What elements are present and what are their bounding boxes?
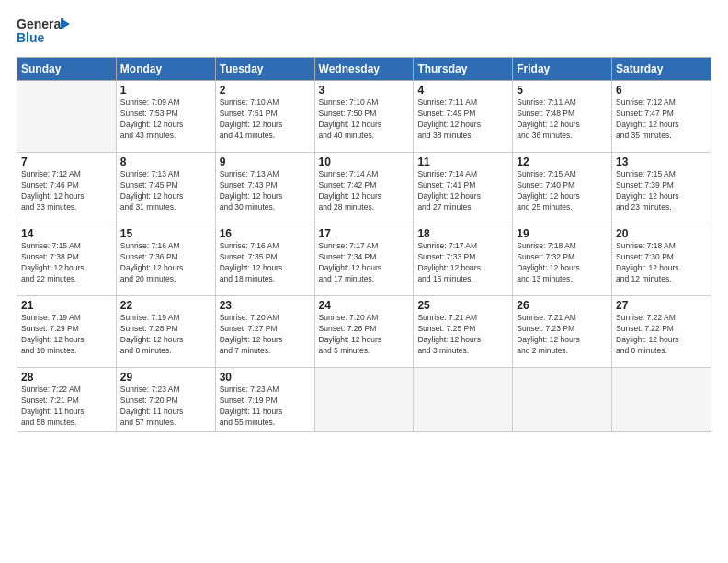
day-info: Sunrise: 7:09 AM Sunset: 7:53 PM Dayligh…: [120, 98, 211, 142]
day-number: 14: [21, 227, 112, 240]
calendar: SundayMondayTuesdayWednesdayThursdayFrid…: [17, 57, 711, 432]
day-number: 5: [517, 84, 608, 97]
calendar-cell: 22Sunrise: 7:19 AM Sunset: 7:28 PM Dayli…: [116, 296, 215, 368]
calendar-cell: 29Sunrise: 7:23 AM Sunset: 7:20 PM Dayli…: [116, 368, 215, 432]
calendar-cell: [612, 368, 711, 432]
day-info: Sunrise: 7:14 AM Sunset: 7:41 PM Dayligh…: [417, 169, 508, 213]
calendar-cell: [17, 81, 117, 153]
calendar-cell: 3Sunrise: 7:10 AM Sunset: 7:50 PM Daylig…: [314, 81, 414, 153]
calendar-week-row: 21Sunrise: 7:19 AM Sunset: 7:29 PM Dayli…: [17, 296, 711, 368]
weekday-header-monday: Monday: [116, 58, 215, 81]
calendar-cell: 7Sunrise: 7:12 AM Sunset: 7:46 PM Daylig…: [17, 153, 117, 224]
day-info: Sunrise: 7:16 AM Sunset: 7:36 PM Dayligh…: [120, 241, 211, 285]
day-info: Sunrise: 7:22 AM Sunset: 7:21 PM Dayligh…: [21, 385, 112, 429]
calendar-cell: 12Sunrise: 7:15 AM Sunset: 7:40 PM Dayli…: [513, 153, 612, 224]
day-info: Sunrise: 7:15 AM Sunset: 7:40 PM Dayligh…: [517, 169, 608, 213]
svg-text:Blue: Blue: [17, 30, 45, 45]
calendar-cell: 11Sunrise: 7:14 AM Sunset: 7:41 PM Dayli…: [414, 153, 513, 224]
calendar-cell: 28Sunrise: 7:22 AM Sunset: 7:21 PM Dayli…: [17, 368, 117, 432]
weekday-header-tuesday: Tuesday: [215, 58, 314, 81]
day-info: Sunrise: 7:10 AM Sunset: 7:50 PM Dayligh…: [319, 98, 410, 142]
calendar-week-row: 7Sunrise: 7:12 AM Sunset: 7:46 PM Daylig…: [17, 153, 711, 224]
day-number: 25: [417, 299, 508, 312]
calendar-cell: 19Sunrise: 7:18 AM Sunset: 7:32 PM Dayli…: [513, 224, 612, 296]
day-number: 11: [417, 155, 508, 168]
day-info: Sunrise: 7:15 AM Sunset: 7:38 PM Dayligh…: [21, 241, 112, 285]
day-info: Sunrise: 7:11 AM Sunset: 7:49 PM Dayligh…: [417, 98, 508, 142]
day-number: 3: [319, 84, 410, 97]
calendar-cell: 20Sunrise: 7:18 AM Sunset: 7:30 PM Dayli…: [612, 224, 711, 296]
day-info: Sunrise: 7:18 AM Sunset: 7:32 PM Dayligh…: [517, 241, 608, 285]
day-number: 19: [517, 227, 608, 240]
day-info: Sunrise: 7:15 AM Sunset: 7:39 PM Dayligh…: [616, 169, 707, 213]
day-info: Sunrise: 7:12 AM Sunset: 7:46 PM Dayligh…: [21, 169, 112, 213]
day-info: Sunrise: 7:11 AM Sunset: 7:48 PM Dayligh…: [517, 98, 608, 142]
day-info: Sunrise: 7:21 AM Sunset: 7:25 PM Dayligh…: [417, 313, 508, 357]
day-info: Sunrise: 7:12 AM Sunset: 7:47 PM Dayligh…: [616, 98, 707, 142]
weekday-header-thursday: Thursday: [414, 58, 513, 81]
day-number: 22: [120, 299, 211, 312]
day-info: Sunrise: 7:10 AM Sunset: 7:51 PM Dayligh…: [220, 98, 311, 142]
day-info: Sunrise: 7:20 AM Sunset: 7:26 PM Dayligh…: [319, 313, 410, 357]
weekday-header-sunday: Sunday: [17, 58, 117, 81]
day-info: Sunrise: 7:16 AM Sunset: 7:35 PM Dayligh…: [220, 241, 311, 285]
day-info: Sunrise: 7:19 AM Sunset: 7:28 PM Dayligh…: [120, 313, 211, 357]
calendar-cell: 21Sunrise: 7:19 AM Sunset: 7:29 PM Dayli…: [17, 296, 117, 368]
day-number: 30: [220, 371, 311, 384]
day-number: 16: [220, 227, 311, 240]
calendar-cell: 16Sunrise: 7:16 AM Sunset: 7:35 PM Dayli…: [215, 224, 314, 296]
day-number: 17: [319, 227, 410, 240]
calendar-cell: 1Sunrise: 7:09 AM Sunset: 7:53 PM Daylig…: [116, 81, 215, 153]
day-info: Sunrise: 7:13 AM Sunset: 7:45 PM Dayligh…: [120, 169, 211, 213]
day-info: Sunrise: 7:17 AM Sunset: 7:34 PM Dayligh…: [319, 241, 410, 285]
day-info: Sunrise: 7:17 AM Sunset: 7:33 PM Dayligh…: [417, 241, 508, 285]
calendar-cell: 15Sunrise: 7:16 AM Sunset: 7:36 PM Dayli…: [116, 224, 215, 296]
weekday-header-wednesday: Wednesday: [314, 58, 414, 81]
day-number: 2: [220, 84, 311, 97]
calendar-cell: 13Sunrise: 7:15 AM Sunset: 7:39 PM Dayli…: [612, 153, 711, 224]
calendar-cell: 17Sunrise: 7:17 AM Sunset: 7:34 PM Dayli…: [314, 224, 414, 296]
day-number: 23: [220, 299, 311, 312]
svg-marker-2: [61, 18, 70, 29]
day-info: Sunrise: 7:23 AM Sunset: 7:20 PM Dayligh…: [120, 385, 211, 429]
day-info: Sunrise: 7:20 AM Sunset: 7:27 PM Dayligh…: [220, 313, 311, 357]
logo: GeneralBlue: [17, 15, 72, 48]
day-number: 9: [220, 155, 311, 168]
day-info: Sunrise: 7:23 AM Sunset: 7:19 PM Dayligh…: [220, 385, 311, 429]
day-info: Sunrise: 7:18 AM Sunset: 7:30 PM Dayligh…: [616, 241, 707, 285]
day-number: 4: [417, 84, 508, 97]
calendar-week-row: 28Sunrise: 7:22 AM Sunset: 7:21 PM Dayli…: [17, 368, 711, 432]
calendar-cell: 9Sunrise: 7:13 AM Sunset: 7:43 PM Daylig…: [215, 153, 314, 224]
day-number: 10: [319, 155, 410, 168]
calendar-cell: 5Sunrise: 7:11 AM Sunset: 7:48 PM Daylig…: [513, 81, 612, 153]
calendar-cell: 8Sunrise: 7:13 AM Sunset: 7:45 PM Daylig…: [116, 153, 215, 224]
day-info: Sunrise: 7:13 AM Sunset: 7:43 PM Dayligh…: [220, 169, 311, 213]
calendar-cell: 26Sunrise: 7:21 AM Sunset: 7:23 PM Dayli…: [513, 296, 612, 368]
calendar-cell: 27Sunrise: 7:22 AM Sunset: 7:22 PM Dayli…: [612, 296, 711, 368]
day-info: Sunrise: 7:19 AM Sunset: 7:29 PM Dayligh…: [21, 313, 112, 357]
calendar-cell: [314, 368, 414, 432]
day-number: 29: [120, 371, 211, 384]
day-number: 20: [616, 227, 707, 240]
day-number: 1: [120, 84, 211, 97]
calendar-cell: 23Sunrise: 7:20 AM Sunset: 7:27 PM Dayli…: [215, 296, 314, 368]
day-number: 12: [517, 155, 608, 168]
day-number: 18: [417, 227, 508, 240]
calendar-week-row: 1Sunrise: 7:09 AM Sunset: 7:53 PM Daylig…: [17, 81, 711, 153]
calendar-cell: 18Sunrise: 7:17 AM Sunset: 7:33 PM Dayli…: [414, 224, 513, 296]
calendar-week-row: 14Sunrise: 7:15 AM Sunset: 7:38 PM Dayli…: [17, 224, 711, 296]
page: GeneralBlue SundayMondayTuesdayWednesday…: [0, 0, 728, 563]
calendar-cell: 10Sunrise: 7:14 AM Sunset: 7:42 PM Dayli…: [314, 153, 414, 224]
logo-svg: GeneralBlue: [17, 15, 72, 48]
day-number: 15: [120, 227, 211, 240]
day-info: Sunrise: 7:22 AM Sunset: 7:22 PM Dayligh…: [616, 313, 707, 357]
calendar-header-row: SundayMondayTuesdayWednesdayThursdayFrid…: [17, 58, 711, 81]
day-number: 6: [616, 84, 707, 97]
day-number: 27: [616, 299, 707, 312]
day-info: Sunrise: 7:14 AM Sunset: 7:42 PM Dayligh…: [319, 169, 410, 213]
calendar-cell: 24Sunrise: 7:20 AM Sunset: 7:26 PM Dayli…: [314, 296, 414, 368]
day-info: Sunrise: 7:21 AM Sunset: 7:23 PM Dayligh…: [517, 313, 608, 357]
calendar-cell: 30Sunrise: 7:23 AM Sunset: 7:19 PM Dayli…: [215, 368, 314, 432]
calendar-cell: 14Sunrise: 7:15 AM Sunset: 7:38 PM Dayli…: [17, 224, 117, 296]
calendar-cell: [414, 368, 513, 432]
